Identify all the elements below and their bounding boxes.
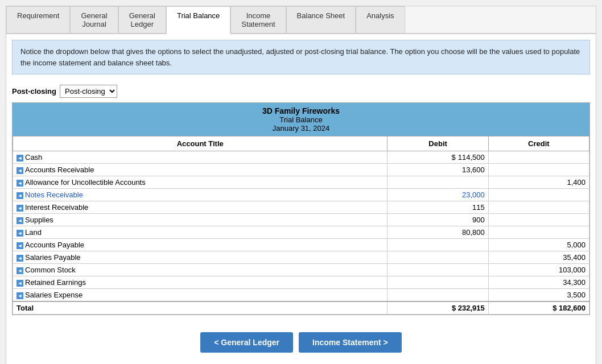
cell-account[interactable]: ◄Retained Earnings	[13, 276, 387, 289]
prev-button[interactable]: < General Ledger	[200, 332, 293, 353]
cell-debit: 80,800	[387, 226, 488, 239]
table-row: ◄Land80,800	[13, 226, 589, 239]
cell-debit: 900	[387, 214, 488, 226]
row-expand-icon[interactable]: ◄	[17, 180, 23, 187]
row-expand-icon[interactable]: ◄	[17, 217, 23, 224]
dollar-sign: $	[552, 304, 556, 312]
cell-credit: 1,400	[488, 176, 589, 189]
table-header: 3D Family Fireworks Trial Balance Januar…	[13, 103, 589, 136]
next-button[interactable]: Income Statement >	[299, 332, 402, 353]
cell-account[interactable]: ◄Interest Receivable	[13, 201, 387, 214]
tab-trial-balance[interactable]: Trial Balance	[166, 6, 230, 34]
account-name: Land	[25, 228, 42, 237]
row-expand-icon[interactable]: ◄	[17, 230, 23, 237]
cell-credit: 34,300	[488, 276, 589, 289]
trial-balance-dropdown[interactable]: Unadjusted Adjusted Post-closing	[60, 85, 117, 98]
row-expand-icon[interactable]: ◄	[17, 205, 23, 212]
account-name: Notes Receivable	[25, 191, 83, 199]
tab-balance-sheet[interactable]: Balance Sheet	[286, 6, 356, 33]
table-row: ◄Salaries Payable35,400	[13, 251, 589, 264]
col-header-account: Account Title	[13, 136, 387, 151]
dollar-sign: $	[452, 304, 456, 312]
debit-value: 13,600	[462, 166, 485, 174]
nav-buttons: < General Ledger Income Statement >	[6, 321, 596, 364]
cell-account[interactable]: ◄Land	[13, 226, 387, 239]
dropdown-label: Post-closing	[12, 87, 56, 96]
account-name: Accounts Payable	[25, 241, 84, 249]
cell-debit	[387, 264, 488, 276]
cell-account[interactable]: ◄Supplies	[13, 214, 387, 226]
cell-account[interactable]: ◄Salaries Expense	[13, 289, 387, 302]
dropdown-row: Post-closing Unadjusted Adjusted Post-cl…	[6, 80, 596, 102]
trial-balance-table-container: 3D Family Fireworks Trial Balance Januar…	[12, 102, 590, 315]
debit-value: 900	[472, 216, 485, 224]
total-row: Total$ 232,915$ 182,600	[13, 301, 589, 315]
account-name: Cash	[25, 153, 42, 162]
company-name: 3D Family Fireworks	[15, 106, 587, 115]
account-name: Salaries Payable	[25, 253, 81, 262]
total-label: Total	[13, 301, 387, 315]
debit-value: 80,800	[462, 228, 485, 237]
table-row: ◄Cash$114,500	[13, 151, 589, 164]
cell-debit	[387, 276, 488, 289]
table-row: ◄Supplies900	[13, 214, 589, 226]
cell-credit: 5,000	[488, 239, 589, 251]
main-container: Requirement GeneralJournal GeneralLedger…	[6, 6, 596, 364]
row-expand-icon[interactable]: ◄	[17, 155, 23, 162]
total-credit: $ 182,600	[488, 301, 589, 315]
cell-credit	[488, 214, 589, 226]
account-name: Allowance for Uncollectible Accounts	[25, 178, 146, 187]
cell-account[interactable]: ◄Accounts Receivable	[13, 164, 387, 176]
cell-account[interactable]: ◄Cash	[13, 151, 387, 164]
account-name: Retained Earnings	[25, 278, 86, 287]
row-expand-icon[interactable]: ◄	[17, 280, 23, 287]
row-expand-icon[interactable]: ◄	[17, 255, 23, 262]
debit-value: 115	[472, 203, 485, 212]
tab-requirement[interactable]: Requirement	[6, 6, 70, 33]
cell-account[interactable]: ◄Notes Receivable	[13, 189, 387, 201]
cell-account[interactable]: ◄Allowance for Uncollectible Accounts	[13, 176, 387, 189]
cell-account[interactable]: ◄Accounts Payable	[13, 239, 387, 251]
cell-credit	[488, 164, 589, 176]
tab-bar: Requirement GeneralJournal GeneralLedger…	[6, 6, 596, 34]
debit-value: 23,000	[462, 191, 485, 199]
notice-box: Notice the dropdown below that gives the…	[12, 40, 590, 75]
cell-credit: 103,000	[488, 264, 589, 276]
account-name: Salaries Expense	[25, 291, 83, 299]
cell-credit: 3,500	[488, 289, 589, 302]
col-header-credit: Credit	[488, 136, 589, 151]
row-expand-icon[interactable]: ◄	[17, 292, 23, 299]
row-expand-icon[interactable]: ◄	[17, 192, 23, 199]
cell-debit: $114,500	[387, 151, 488, 164]
row-expand-icon[interactable]: ◄	[17, 167, 23, 174]
cell-debit	[387, 176, 488, 189]
account-name: Common Stock	[25, 266, 76, 274]
cell-credit	[488, 151, 589, 164]
row-expand-icon[interactable]: ◄	[17, 267, 23, 274]
cell-account[interactable]: ◄Salaries Payable	[13, 251, 387, 264]
row-expand-icon[interactable]: ◄	[17, 242, 23, 249]
col-header-debit: Debit	[387, 136, 488, 151]
cell-credit	[488, 201, 589, 214]
data-table: Account Title Debit Credit ◄Cash$114,500…	[13, 136, 589, 315]
account-name: Interest Receivable	[25, 203, 88, 212]
table-row: ◄Retained Earnings34,300	[13, 276, 589, 289]
table-row: ◄Accounts Receivable13,600	[13, 164, 589, 176]
report-title: Trial Balance	[15, 115, 587, 124]
tab-income-statement[interactable]: IncomeStatement	[230, 6, 286, 33]
cell-debit: 23,000	[387, 189, 488, 201]
tab-general-ledger[interactable]: GeneralLedger	[118, 6, 166, 33]
table-row: ◄Common Stock103,000	[13, 264, 589, 276]
debit-value: 114,500	[458, 153, 485, 162]
notice-text: Notice the dropdown below that gives the…	[20, 47, 580, 67]
cell-credit: 35,400	[488, 251, 589, 264]
tab-general-journal[interactable]: GeneralJournal	[70, 6, 118, 33]
table-row: ◄Allowance for Uncollectible Accounts1,4…	[13, 176, 589, 189]
cell-account[interactable]: ◄Common Stock	[13, 264, 387, 276]
tab-analysis[interactable]: Analysis	[356, 6, 405, 33]
cell-debit	[387, 239, 488, 251]
account-name: Accounts Receivable	[25, 166, 94, 174]
cell-debit: 13,600	[387, 164, 488, 176]
cell-debit	[387, 289, 488, 302]
report-date: January 31, 2024	[15, 124, 587, 133]
